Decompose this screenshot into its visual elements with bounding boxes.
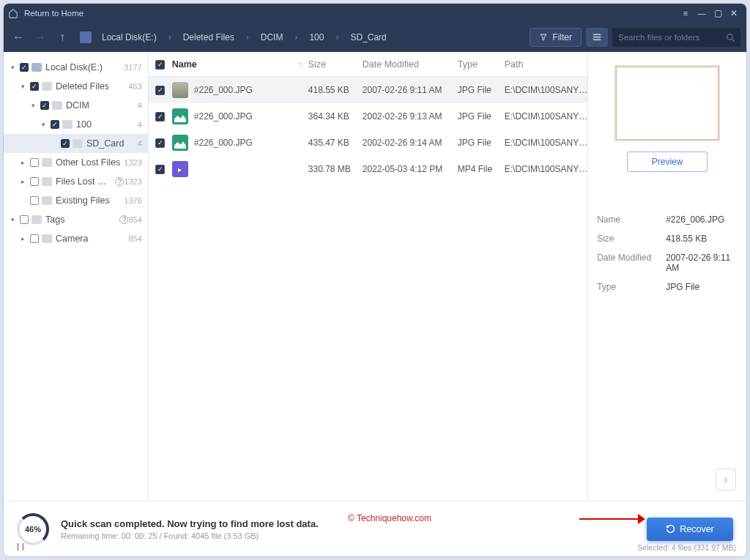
- expand-icon[interactable]: ▾: [8, 216, 17, 223]
- close-button[interactable]: ✕: [726, 5, 742, 21]
- help-icon[interactable]: ?: [119, 215, 128, 224]
- search-box[interactable]: [612, 28, 740, 47]
- file-path: E:\DCIM\100SANY…: [505, 164, 587, 174]
- view-toggle-button[interactable]: [586, 28, 608, 47]
- file-row[interactable]: #226_000.JPG364.34 KB2002-02-26 9:13 AMJ…: [149, 103, 587, 130]
- info-key: Type: [597, 282, 666, 292]
- select-all-checkbox[interactable]: [155, 60, 165, 70]
- info-key: Date Modified: [597, 253, 666, 273]
- file-name: #226_000.JPG: [194, 138, 308, 148]
- file-type-icon: [172, 135, 188, 151]
- sort-icon: ↑: [299, 60, 302, 68]
- tree-checkbox[interactable]: [40, 101, 49, 110]
- breadcrumb-item[interactable]: SD_Card: [346, 29, 390, 45]
- filter-button[interactable]: Filter: [530, 28, 582, 47]
- expand-icon[interactable]: ▸: [18, 235, 27, 242]
- expand-icon[interactable]: ▸: [18, 159, 27, 166]
- recover-button[interactable]: Recover: [647, 518, 733, 541]
- file-path: E:\DCIM\100SANY…: [505, 138, 587, 148]
- tree-count: 1323: [124, 177, 141, 186]
- tree-checkbox[interactable]: [30, 82, 39, 91]
- tree-item[interactable]: ▾DCIM4: [4, 96, 148, 115]
- pause-icon[interactable]: [17, 543, 24, 550]
- folder-tree: ▾Local Disk(E:)3177▾Deleted Files463▾DCI…: [4, 52, 149, 501]
- tree-checkbox[interactable]: [30, 234, 39, 243]
- col-date[interactable]: Date Modified: [363, 59, 458, 70]
- tree-item[interactable]: ▾Deleted Files463: [4, 77, 148, 96]
- preview-pane: Preview Name#226_006.JPGSize418.55 KBDat…: [588, 52, 746, 501]
- info-value: 418.55 KB: [666, 234, 738, 244]
- expand-icon[interactable]: ▾: [29, 102, 37, 109]
- menu-icon[interactable]: ≡: [677, 5, 694, 21]
- up-button[interactable]: ↑: [53, 29, 71, 46]
- search-icon[interactable]: [726, 33, 735, 42]
- row-checkbox[interactable]: [155, 86, 165, 95]
- col-type[interactable]: Type: [458, 59, 505, 70]
- tree-item[interactable]: ▾1004: [4, 115, 148, 134]
- tree-item[interactable]: ▸Files Lost Original…?1323: [4, 172, 148, 191]
- return-home-link[interactable]: Return to Home: [24, 9, 83, 18]
- expand-icon[interactable]: ▾: [39, 121, 48, 128]
- tree-label: Local Disk(E:): [45, 62, 124, 72]
- file-row[interactable]: #226_000.JPG435.47 KB2002-02-26 9:14 AMJ…: [149, 130, 587, 156]
- folder-icon: [31, 215, 42, 224]
- col-name[interactable]: Name↑: [172, 59, 308, 70]
- back-button[interactable]: ←: [10, 29, 27, 46]
- preview-button[interactable]: Preview: [627, 152, 708, 172]
- file-type: JPG File: [458, 85, 505, 95]
- tree-checkbox[interactable]: [20, 215, 29, 224]
- tree-checkbox[interactable]: [51, 120, 59, 129]
- row-checkbox[interactable]: [155, 112, 165, 122]
- file-info: Name#226_006.JPGSize418.55 KBDate Modifi…: [597, 210, 738, 296]
- file-type: JPG File: [458, 111, 505, 122]
- tree-count: 854: [128, 234, 141, 243]
- col-size[interactable]: Size: [308, 59, 363, 70]
- maximize-button[interactable]: ▢: [710, 5, 726, 21]
- row-checkbox[interactable]: [155, 138, 165, 148]
- expand-icon[interactable]: ▾: [8, 64, 17, 71]
- expand-icon[interactable]: ▸: [18, 178, 27, 185]
- title-bar: Return to Home ≡ — ▢ ✕: [4, 4, 746, 23]
- tree-item[interactable]: ▾Local Disk(E:)3177: [4, 58, 148, 77]
- annotation-arrow: [579, 516, 645, 522]
- tree-item[interactable]: Existing Files1376: [4, 191, 148, 210]
- breadcrumb-item[interactable]: DCIM: [256, 29, 288, 45]
- tree-item[interactable]: ▾Tags?854: [4, 210, 148, 229]
- file-type-icon: [172, 82, 188, 98]
- breadcrumb-item[interactable]: 100: [305, 29, 328, 45]
- help-icon[interactable]: ?: [115, 177, 124, 186]
- tree-checkbox[interactable]: [30, 158, 39, 167]
- tree-checkbox[interactable]: [20, 63, 29, 72]
- search-input[interactable]: [618, 33, 726, 42]
- preview-thumbnail: [616, 67, 719, 140]
- tree-label: DCIM: [66, 100, 138, 111]
- scan-status-title: Quick scan completed. Now trying to find…: [61, 518, 319, 529]
- row-checkbox[interactable]: [155, 165, 165, 174]
- tree-item[interactable]: ▸Camera854: [4, 229, 148, 248]
- scan-progress-ring: 46%: [17, 513, 49, 545]
- tree-item[interactable]: SD_Card4: [4, 134, 148, 153]
- forward-button[interactable]: →: [31, 29, 49, 46]
- breadcrumb-item[interactable]: Deleted Files: [179, 29, 239, 45]
- file-name: #226_000.JPG: [194, 111, 308, 122]
- file-row[interactable]: #226_000.JPG418.55 KB2007-02-26 9:11 AMJ…: [149, 77, 587, 103]
- file-type: MP4 File: [458, 164, 505, 174]
- next-page-button[interactable]: ›: [716, 468, 736, 490]
- tree-label: Existing Files: [56, 195, 124, 206]
- file-size: 364.34 KB: [308, 111, 363, 122]
- col-path[interactable]: Path: [505, 59, 587, 70]
- file-type: JPG File: [458, 138, 505, 148]
- tree-item[interactable]: ▸Other Lost Files1323: [4, 153, 148, 172]
- tree-checkbox[interactable]: [61, 139, 70, 148]
- tree-checkbox[interactable]: [30, 196, 39, 205]
- expand-icon[interactable]: ▾: [18, 83, 27, 90]
- info-row: TypeJPG File: [597, 277, 738, 296]
- breadcrumb-item[interactable]: Local Disk(E:): [97, 29, 161, 45]
- file-path: E:\DCIM\100SANY…: [505, 111, 587, 122]
- tree-count: 1323: [124, 158, 141, 167]
- tree-checkbox[interactable]: [30, 177, 39, 186]
- tree-count: 463: [128, 82, 141, 91]
- minimize-button[interactable]: —: [694, 5, 710, 21]
- folder-icon: [42, 82, 52, 91]
- file-row[interactable]: 330.78 MB2022-05-03 4:12 PMMP4 FileE:\DC…: [149, 156, 587, 182]
